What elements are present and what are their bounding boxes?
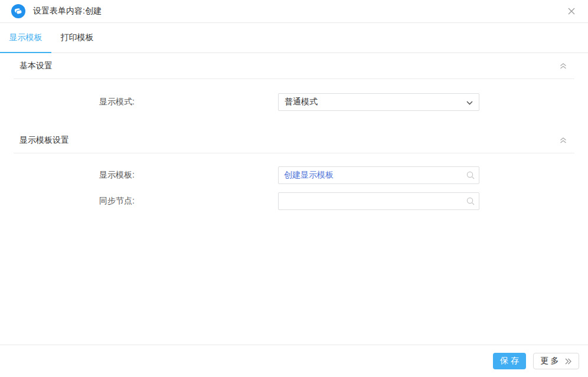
double-chevron-right-icon [564,358,572,365]
form-row: 显示模板: [14,166,574,184]
dialog-content: 基本设置 显示模式: 普通模式 [0,53,588,345]
select-value: 普通模式 [285,97,318,107]
section-title: 基本设置 [19,61,53,71]
save-button[interactable]: 保存 [493,353,526,369]
form-settings-dialog: 设置表单内容:创建 显示模板 打印模板 基本设置 [0,0,588,377]
display-template-field [278,166,479,184]
section-title: 显示模板设置 [19,135,69,146]
tab-label: 显示模板 [9,32,43,43]
display-template-label: 显示模板: [99,170,278,181]
display-mode-label: 显示模式: [99,97,278,107]
section-header: 显示模板设置 [14,127,574,153]
double-chevron-up-icon[interactable] [558,61,569,71]
close-icon[interactable] [564,4,579,18]
sync-node-field [278,192,479,210]
search-icon[interactable] [466,196,475,208]
dialog-footer: 保存 更多 [0,345,588,377]
section-header: 基本设置 [14,53,574,79]
tab-print-template[interactable]: 打印模板 [51,23,103,53]
app-logo-icon [11,4,25,18]
sync-node-label: 同步节点: [99,196,278,206]
section-display-template-settings: 显示模板设置 显示模板: [14,127,574,210]
search-icon[interactable] [466,171,475,182]
tab-label: 打印模板 [61,32,94,43]
chevron-down-icon [466,97,473,107]
tab-bar: 显示模板 打印模板 [0,23,588,53]
tab-display-template[interactable]: 显示模板 [0,23,51,53]
sync-node-input[interactable] [278,192,479,210]
form-row: 同步节点: [14,192,574,210]
section-basic-settings: 基本设置 显示模式: 普通模式 [14,53,574,111]
more-button-label: 更多 [541,356,561,366]
display-template-input[interactable] [278,166,479,184]
display-mode-select[interactable]: 普通模式 [278,93,479,111]
more-button[interactable]: 更多 [533,353,579,369]
dialog-title: 设置表单内容:创建 [33,6,102,17]
form-row: 显示模式: 普通模式 [14,93,574,111]
double-chevron-up-icon[interactable] [558,136,569,145]
dialog-header: 设置表单内容:创建 [0,0,588,23]
